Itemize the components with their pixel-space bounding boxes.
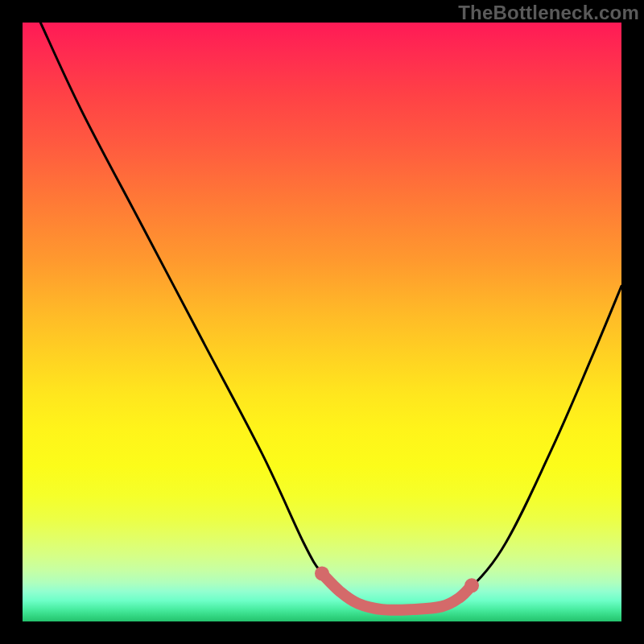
chart-frame: TheBottleneck.com bbox=[0, 0, 644, 644]
bottleneck-curve-path bbox=[40, 23, 621, 610]
optimal-zone-dot bbox=[315, 566, 329, 580]
optimal-zone-path bbox=[322, 573, 472, 609]
plot-area bbox=[23, 23, 621, 621]
watermark-text: TheBottleneck.com bbox=[458, 2, 639, 24]
optimal-zone-dot bbox=[464, 578, 479, 592]
chart-svg bbox=[23, 23, 621, 621]
